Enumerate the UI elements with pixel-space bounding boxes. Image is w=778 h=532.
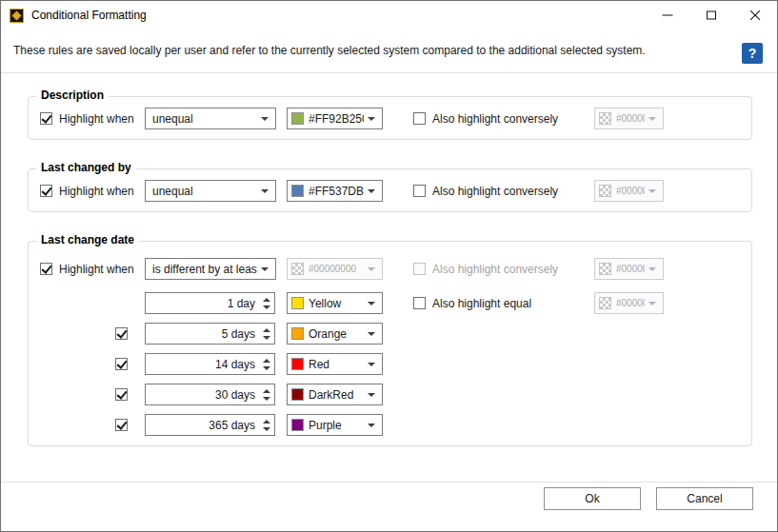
- threshold-value: 30 days: [146, 388, 259, 402]
- cancel-button[interactable]: Cancel: [656, 487, 753, 510]
- also-equal-checkbox[interactable]: Also highlight equal: [413, 292, 531, 314]
- chevron-down-icon: [368, 332, 375, 336]
- chevron-down-icon: [368, 267, 375, 271]
- close-button[interactable]: [733, 1, 777, 30]
- checkbox-icon: [40, 185, 52, 197]
- group-description-title: Description: [36, 89, 109, 102]
- also-equal-label: Also highlight equal: [432, 297, 531, 310]
- converse-color-value: #00000000: [616, 113, 645, 124]
- spin-down-icon[interactable]: [263, 336, 270, 340]
- spin-down-icon[interactable]: [263, 366, 270, 370]
- spinner-buttons: [259, 415, 273, 435]
- threshold-color-select-4[interactable]: DarkRed: [287, 384, 383, 405]
- chevron-down-icon: [648, 267, 656, 271]
- operator-value: unequal: [152, 185, 257, 198]
- spin-up-icon[interactable]: [263, 420, 270, 424]
- spinner-buttons: [259, 324, 273, 344]
- threshold-color-select-3[interactable]: Red: [287, 353, 383, 375]
- operator-select-description[interactable]: unequal: [145, 108, 276, 129]
- threshold-value-input-4[interactable]: 30 days: [145, 384, 275, 405]
- threshold-value-input-2[interactable]: 5 days: [145, 323, 275, 345]
- last-change-date-row-4: 14 days Red: [29, 353, 751, 375]
- chevron-down-icon: [368, 189, 375, 193]
- maximize-button[interactable]: [689, 1, 733, 30]
- spin-down-icon[interactable]: [263, 305, 270, 309]
- also-conversely-checkbox-description[interactable]: Also highlight conversely: [413, 108, 558, 129]
- help-button[interactable]: ?: [742, 43, 763, 64]
- color-name: Red: [309, 358, 364, 371]
- minimize-button[interactable]: [646, 1, 689, 30]
- converse-color-select-last-change-date: #00000000: [594, 258, 664, 280]
- converse-color-value: #00000000: [616, 186, 645, 196]
- also-conversely-checkbox-last-changed-by[interactable]: Also highlight conversely: [413, 180, 558, 202]
- primary-color-select-last-change-date: #00000000: [287, 258, 383, 280]
- spin-down-icon[interactable]: [263, 397, 270, 401]
- threshold-enable-checkbox-2[interactable]: [115, 323, 128, 345]
- last-change-date-row-2: 1 day Yellow Also highlight equal #00000…: [29, 292, 751, 314]
- color-name: Orange: [309, 327, 364, 341]
- also-conversely-label: Also highlight conversely: [432, 112, 558, 126]
- threshold-color-select-1[interactable]: Yellow: [287, 292, 383, 314]
- highlight-when-checkbox-last-changed-by[interactable]: Highlight when: [40, 180, 134, 202]
- operator-select-last-changed-by[interactable]: unequal: [145, 180, 276, 202]
- checkbox-icon: [115, 388, 128, 401]
- threshold-value-input-3[interactable]: 14 days: [145, 353, 275, 375]
- app-icon: [10, 9, 24, 23]
- color-swatch: [291, 185, 304, 197]
- chevron-down-icon: [648, 302, 656, 305]
- color-value: #FF92B250: [309, 112, 364, 126]
- checkbox-icon: [413, 263, 426, 275]
- spin-up-icon[interactable]: [263, 359, 270, 363]
- last-change-date-row-6: 365 days Purple: [29, 414, 751, 436]
- color-select-description[interactable]: #FF92B250: [287, 108, 383, 129]
- primary-color-value: #00000000: [309, 264, 364, 274]
- titlebar: Conditional Formatting: [1, 1, 777, 30]
- footer-separator: [1, 482, 777, 483]
- threshold-enable-checkbox-5[interactable]: [115, 414, 128, 436]
- group-last-change-date-title: Last change date: [36, 233, 139, 246]
- color-name: DarkRed: [309, 388, 364, 402]
- checkbox-icon: [40, 112, 52, 125]
- highlight-when-label: Highlight when: [59, 112, 134, 126]
- maximize-icon: [707, 11, 716, 20]
- threshold-color-select-5[interactable]: Purple: [287, 414, 383, 436]
- chevron-down-icon: [648, 117, 656, 121]
- threshold-enable-checkbox-3[interactable]: [115, 353, 128, 375]
- spin-up-icon[interactable]: [263, 298, 270, 302]
- converse-color-select-description: #00000000: [594, 108, 664, 129]
- color-select-last-changed-by[interactable]: #FF537DB1: [287, 180, 383, 202]
- threshold-value-input-5[interactable]: 365 days: [145, 414, 275, 436]
- chevron-down-icon: [368, 302, 375, 305]
- color-swatch: [291, 327, 304, 340]
- last-changed-by-row: Highlight when unequal #FF537DB1 Also hi…: [29, 180, 751, 202]
- equal-color-select: #00000000: [594, 292, 664, 314]
- spin-down-icon[interactable]: [263, 427, 270, 431]
- also-conversely-checkbox-last-change-date: Also highlight conversely: [413, 258, 558, 280]
- minimize-icon: [663, 15, 673, 16]
- threshold-value-input-1[interactable]: 1 day: [145, 292, 275, 314]
- threshold-value: 14 days: [146, 358, 259, 371]
- chevron-down-icon: [368, 393, 375, 397]
- spin-up-icon[interactable]: [263, 389, 270, 393]
- group-last-changed-by-title: Last changed by: [36, 161, 136, 174]
- last-change-date-row-5: 30 days DarkRed: [29, 384, 751, 405]
- last-change-date-row-3: 5 days Orange: [29, 323, 751, 345]
- chevron-down-icon: [368, 117, 375, 121]
- color-swatch: [291, 112, 304, 125]
- highlight-when-checkbox-last-change-date[interactable]: Highlight when: [40, 258, 134, 280]
- transparent-swatch-icon: [599, 185, 611, 197]
- highlight-when-checkbox-description[interactable]: Highlight when: [40, 108, 134, 129]
- equal-color-value: #00000000: [616, 298, 645, 308]
- color-swatch: [291, 297, 304, 309]
- threshold-value: 1 day: [146, 297, 259, 310]
- operator-select-last-change-date[interactable]: is different by at least: [145, 258, 276, 280]
- checkbox-icon: [115, 327, 128, 340]
- checkbox-icon: [40, 263, 52, 275]
- chevron-down-icon: [648, 189, 656, 193]
- threshold-enable-checkbox-4[interactable]: [115, 384, 128, 405]
- converse-color-value: #00000000: [616, 264, 645, 274]
- spin-up-icon[interactable]: [263, 328, 270, 332]
- threshold-color-select-2[interactable]: Orange: [287, 323, 383, 345]
- ok-button[interactable]: Ok: [544, 487, 641, 510]
- transparent-swatch-icon: [599, 263, 611, 275]
